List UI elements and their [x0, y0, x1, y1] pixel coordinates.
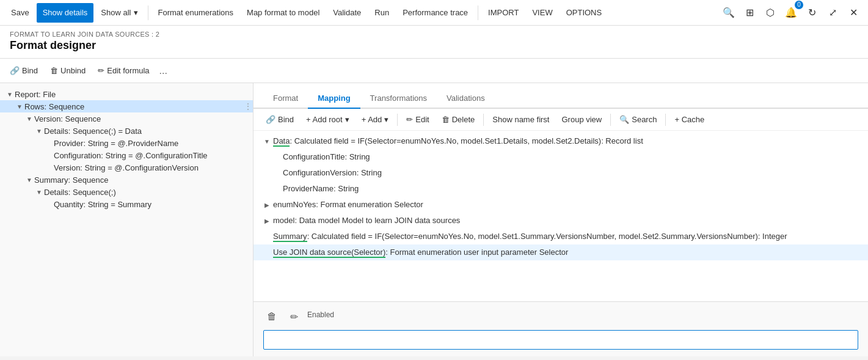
tree-item-label: Configuration: String = @.ConfigurationT…: [54, 151, 253, 160]
main-toolbar: Save Show details Show all ▾ Format enum…: [0, 0, 868, 26]
tree-item[interactable]: Quantity: String = Summary: [0, 198, 253, 210]
bottom-section: 🗑 ✏ Enabled: [253, 301, 868, 356]
tree-item[interactable]: Version: String = @.ConfigurationVersion: [0, 161, 253, 174]
tab-transformations[interactable]: Transformations: [360, 89, 437, 109]
mapping-toolbar: 🔗 Bind + Add root ▾ + Add ▾ ✏ Edit 🗑 Del…: [253, 109, 868, 131]
map-format-button[interactable]: Map format to model: [241, 3, 326, 23]
unlink-icon: 🗑: [50, 66, 58, 75]
main-layout: ▼Report: File▼Rows: Sequence⋮▼Version: S…: [0, 83, 868, 356]
chevron-down-icon: ▼: [15, 101, 24, 111]
no-toggle-icon: [271, 167, 283, 179]
map-separator-3: [610, 114, 611, 126]
edit-bottom-button[interactable]: ✏: [285, 308, 302, 325]
chevron-down-icon: ▾: [134, 8, 138, 17]
close-icon[interactable]: ✕: [844, 3, 863, 23]
tree-item[interactable]: ▼Report: File: [0, 88, 253, 100]
unbind-button[interactable]: 🗑 Unbind: [45, 62, 90, 80]
add-root-button[interactable]: + Add root ▾: [301, 112, 354, 127]
mapping-tree: ▼Data: Calculated field = IF(Selector=en…: [253, 133, 868, 260]
tab-mapping[interactable]: Mapping: [308, 89, 360, 109]
view-button[interactable]: VIEW: [526, 3, 558, 23]
map-separator-1: [397, 114, 398, 126]
tree-item-label: Quantity: String = Summary: [54, 200, 253, 209]
mapping-item-text: enumNoYes: Format enumeration Selector: [273, 199, 863, 211]
office-icon[interactable]: ⬡: [760, 3, 780, 23]
tree-item[interactable]: Configuration: String = @.ConfigurationT…: [0, 149, 253, 161]
search-map-button[interactable]: 🔍 Search: [615, 112, 662, 127]
more-options-button[interactable]: ...: [157, 63, 170, 79]
tree-item[interactable]: ▼Version: Sequence: [0, 112, 253, 125]
tree-item-label: Provider: String = @.ProviderName: [54, 139, 253, 148]
mapping-item[interactable]: ▶model: Data model Model to learn JOIN d…: [253, 213, 868, 229]
map-separator-2: [483, 114, 484, 126]
separator-2: [478, 6, 478, 20]
import-button[interactable]: IMPORT: [482, 3, 525, 23]
no-toggle-icon: [261, 246, 273, 259]
mapping-item[interactable]: Use JOIN data source(Selector): Format e…: [253, 244, 868, 260]
performance-trace-button[interactable]: Performance trace: [396, 3, 474, 23]
edit-formula-button[interactable]: ✏ Edit formula: [93, 62, 154, 80]
run-button[interactable]: Run: [368, 3, 395, 23]
bind-sub-button[interactable]: 🔗 Bind: [5, 62, 43, 80]
search-toolbar-icon[interactable]: 🔍: [719, 3, 739, 23]
breadcrumb: FORMAT TO LEARN JOIN DATA SOURCES : 2: [10, 31, 858, 38]
chevron-down-addroot-icon: ▾: [345, 115, 349, 124]
refresh-icon[interactable]: ↻: [802, 3, 822, 23]
format-tree: ▼Report: File▼Rows: Sequence⋮▼Version: S…: [0, 88, 253, 210]
tree-item[interactable]: ▼Details: Sequence(;) = Data: [0, 125, 253, 137]
mapping-item[interactable]: ConfigurationTitle: String: [253, 149, 868, 165]
no-toggle-icon: [261, 230, 273, 243]
chevron-down-icon: ▼: [5, 89, 15, 99]
mapping-item-text: Use JOIN data source(Selector): Format e…: [273, 246, 863, 259]
mapping-item-text: Summary: Calculated field = IF(Selector=…: [273, 230, 863, 243]
format-enumerations-button[interactable]: Format enumerations: [152, 3, 240, 23]
edit-map-icon: ✏: [406, 115, 413, 124]
chevron-down-icon: ▼: [261, 135, 273, 147]
maximize-icon[interactable]: ⤢: [823, 3, 842, 23]
tree-item[interactable]: ▼Summary: Sequence: [0, 174, 253, 186]
no-toggle-icon: [44, 199, 54, 209]
tree-item[interactable]: ▼Rows: Sequence⋮: [0, 100, 253, 112]
separator-1: [148, 6, 148, 20]
tab-format[interactable]: Format: [263, 89, 308, 109]
edit-map-button[interactable]: ✏ Edit: [401, 112, 434, 127]
show-all-button[interactable]: Show all ▾: [95, 3, 144, 23]
no-toggle-icon: [271, 151, 283, 163]
options-button[interactable]: OPTIONS: [560, 3, 608, 23]
save-button[interactable]: Save: [5, 3, 35, 23]
mapping-item[interactable]: ProviderName: String: [253, 181, 868, 197]
tree-item[interactable]: Provider: String = @.ProviderName: [0, 137, 253, 149]
grid-icon[interactable]: ⊞: [740, 3, 759, 23]
tree-item[interactable]: ▼Details: Sequence(;): [0, 186, 253, 198]
delete-bottom-button[interactable]: 🗑: [263, 308, 280, 325]
group-view-button[interactable]: Group view: [556, 112, 607, 127]
left-tree-panel: ▼Report: File▼Rows: Sequence⋮▼Version: S…: [0, 83, 253, 356]
page-header: FORMAT TO LEARN JOIN DATA SOURCES : 2 Fo…: [0, 26, 868, 59]
no-toggle-icon: [271, 183, 283, 195]
formula-input[interactable]: [263, 330, 858, 350]
notification-badge: 0: [795, 1, 803, 9]
mapping-item[interactable]: Summary: Calculated field = IF(Selector=…: [253, 229, 868, 244]
tab-validations[interactable]: Validations: [437, 89, 495, 109]
mapping-item[interactable]: ▼Data: Calculated field = IF(Selector=en…: [253, 133, 868, 149]
add-button[interactable]: + Add ▾: [357, 112, 394, 127]
chevron-right-icon: ▶: [261, 199, 273, 211]
tree-item-label: Version: Sequence: [34, 114, 253, 123]
mapping-item[interactable]: ▶enumNoYes: Format enumeration Selector: [253, 197, 868, 213]
map-bind-button[interactable]: 🔗 Bind: [261, 112, 299, 127]
validate-button[interactable]: Validate: [327, 3, 367, 23]
link-icon: 🔗: [10, 66, 20, 75]
tree-item-label: Summary: Sequence: [34, 175, 253, 185]
cache-button[interactable]: + Cache: [669, 112, 709, 127]
mapping-item-text: ProviderName: String: [283, 183, 863, 195]
no-toggle-icon: [44, 150, 54, 160]
mapping-content: ▼Data: Calculated field = IF(Selector=en…: [253, 131, 868, 301]
show-name-first-button[interactable]: Show name first: [487, 112, 554, 127]
tab-bar: Format Mapping Transformations Validatio…: [253, 83, 868, 109]
mapping-item-text: ConfigurationVersion: String: [283, 167, 863, 179]
no-toggle-icon: [44, 163, 54, 172]
show-details-button[interactable]: Show details: [37, 3, 94, 23]
delete-map-button[interactable]: 🗑 Delete: [437, 112, 480, 127]
chevron-right-icon: ▶: [261, 215, 273, 227]
mapping-item[interactable]: ConfigurationVersion: String: [253, 165, 868, 181]
